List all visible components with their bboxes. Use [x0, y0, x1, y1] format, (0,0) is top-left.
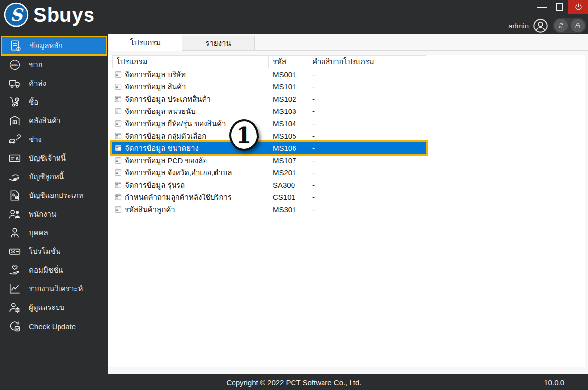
tab[interactable]: โปรแกรม	[109, 34, 182, 51]
program-desc: -	[312, 95, 315, 103]
column-header-code: รหัส	[269, 56, 308, 68]
program-doc-icon	[115, 120, 122, 127]
program-desc: -	[312, 83, 315, 91]
sidebar-item-label: บัญชีลูกหนี้	[29, 171, 64, 183]
sidebar-item[interactable]: คลังสินค้า	[0, 111, 108, 130]
column-header-program: โปรแกรม	[113, 56, 269, 68]
power-icon	[574, 3, 583, 11]
sidebar-item-label: พนักงาน	[29, 208, 56, 220]
sidebar-item[interactable]: บุคคล	[0, 223, 108, 242]
refresh-button[interactable]	[554, 19, 568, 32]
session-buttons	[553, 18, 586, 33]
sidebar-item-label: รายงานวิเคราะห์	[29, 283, 83, 295]
maximize-button[interactable]	[551, 0, 568, 15]
sidebar-item[interactable]: รายงานวิเคราะห์	[0, 279, 108, 298]
program-code: MS106	[273, 144, 296, 152]
sidebar-item[interactable]: ช่าง	[0, 130, 108, 149]
program-name-cell: จัดการข้อมูล รุ่นรถ	[112, 179, 269, 191]
program-name-cell: จัดการข้อมูล จังหวัด,อำเภอ,ตำบล	[112, 167, 269, 179]
sidebar-item-label: ข้อมูลหลัก	[30, 40, 63, 52]
program-doc-icon	[115, 194, 122, 201]
program-desc-cell: -	[308, 93, 426, 105]
lock-button[interactable]	[571, 19, 585, 32]
program-code: MS104	[273, 119, 296, 128]
payable-check-icon	[8, 152, 21, 165]
sidebar: ข้อมูลหลัก ขาย ค้าส่ง ซื้อ คลังสินค้า ช่…	[0, 34, 108, 374]
table-header: โปรแกรม รหัส คำอธิบายโปรแกรม	[112, 55, 426, 68]
program-code-cell: MS107	[269, 154, 308, 167]
analytics-chart-icon	[8, 282, 21, 295]
sidebar-item[interactable]: บัญชีลูกหนี้	[0, 167, 108, 186]
sidebar-item-label: บัญชีแยกประเภท	[29, 190, 84, 201]
program-name: จัดการข้อมูล หน่วยนับ	[125, 106, 196, 117]
copyright-text: Copyright © 2022 PCT Software Co., Ltd.	[226, 378, 361, 387]
table-row[interactable]: รหัสสินค้าลูกค้า MS301 -	[112, 203, 426, 216]
table-row[interactable]: จัดการข้อมูล หน่วยนับ MS103 -	[112, 105, 426, 117]
step-annotation-label: 1	[236, 123, 252, 148]
sidebar-item[interactable]: ขาย	[0, 56, 108, 74]
program-desc: -	[312, 156, 315, 165]
table-row[interactable]: จัดการข้อมูล PCD ของล้อ MS107 -	[112, 154, 426, 167]
minimize-button[interactable]	[533, 0, 551, 15]
table-row[interactable]: จัดการข้อมูล ขนาดยาง MS106 -	[112, 142, 426, 154]
program-code: MS301	[273, 205, 296, 214]
program-code: MS105	[273, 132, 296, 140]
program-desc-cell: -	[308, 154, 426, 167]
sidebar-item[interactable]: ค้าส่ง	[0, 74, 108, 93]
sidebar-item[interactable]: Check Update	[0, 317, 108, 335]
sidebar-item[interactable]: พนักงาน	[0, 205, 108, 223]
program-desc: -	[312, 205, 315, 214]
sidebar-item[interactable]: ซื้อ	[0, 93, 108, 111]
table-row[interactable]: จัดการข้อมูล บริษัท MS001 -	[112, 68, 426, 81]
program-name: จัดการข้อมูล ยี่ห้อ/รุ่น ของสินค้า	[125, 118, 226, 130]
table-row[interactable]: จัดการข้อมูล สินค้า MS101 -	[112, 81, 426, 93]
user-avatar-button[interactable]	[533, 18, 548, 33]
main-content: โปรแกรม รายงาน โปรแกรม รหัส คำอธิบายโปรแ…	[108, 34, 588, 374]
sidebar-item[interactable]: ข้อมูลหลัก	[1, 36, 107, 56]
table-row[interactable]: จัดการข้อมูล กลุ่มตัวเลือก MS105 -	[112, 130, 426, 142]
sbuys-logo-icon	[4, 2, 29, 27]
lock-icon	[574, 22, 582, 29]
window-controls	[533, 0, 588, 15]
program-code-cell: MS201	[269, 167, 308, 179]
table-row[interactable]: จัดการข้อมูล จังหวัด,อำเภอ,ตำบล MS201 -	[112, 167, 426, 179]
program-desc-cell: -	[308, 167, 426, 179]
sidebar-item[interactable]: โปรโมชั่น	[0, 242, 108, 261]
program-desc-cell: -	[308, 179, 426, 191]
program-name: จัดการข้อมูล รุ่นรถ	[125, 179, 185, 191]
program-name: จัดการข้อมูล PCD ของล้อ	[125, 155, 207, 167]
table-row[interactable]: กำหนดคำถามลูกค้าหลังใช้บริการ CS101 -	[112, 191, 426, 203]
program-desc-cell: -	[308, 130, 426, 142]
sidebar-item[interactable]: ผู้ดูแลระบบ	[0, 298, 108, 317]
sidebar-item[interactable]: คอมมิชชั่น	[0, 261, 108, 279]
username-label: admin	[508, 22, 529, 30]
tab[interactable]: รายงาน	[182, 36, 255, 50]
sidebar-item-label: บัญชีเจ้าหนี้	[29, 152, 66, 164]
sidebar-item-label: Check Update	[29, 322, 76, 331]
program-code: MS001	[273, 70, 296, 79]
program-code: CS101	[273, 193, 295, 201]
program-code-cell: SA300	[269, 179, 308, 191]
table-rows: จัดการข้อมูล บริษัท MS001 - จัดการ	[112, 68, 426, 216]
table-row[interactable]: จัดการข้อมูล ยี่ห้อ/รุ่น ของสินค้า MS104…	[112, 117, 426, 130]
program-name: กำหนดคำถามลูกค้าหลังใช้บริการ	[125, 192, 232, 203]
program-code-cell: MS103	[269, 105, 308, 117]
program-code: MS101	[273, 83, 296, 91]
warehouse-icon	[8, 114, 21, 127]
program-name-cell: จัดการข้อมูล PCD ของล้อ	[112, 154, 269, 167]
sidebar-item[interactable]: บัญชีแยกประเภท	[0, 186, 108, 205]
table-row[interactable]: จัดการข้อมูล ประเภทสินค้า MS102 -	[112, 93, 426, 105]
tab-bar: โปรแกรม รายงาน	[108, 34, 588, 51]
program-name-cell: กำหนดคำถามลูกค้าหลังใช้บริการ	[112, 191, 269, 203]
delivery-truck-icon	[8, 77, 21, 90]
power-button[interactable]	[568, 0, 588, 14]
user-row: admin	[508, 18, 586, 33]
program-code-cell: MS104	[269, 117, 308, 130]
program-list-panel: โปรแกรม รหัส คำอธิบายโปรแกรม จัดการข้อมู…	[108, 55, 585, 367]
sidebar-item-label: คอมมิชชั่น	[29, 264, 63, 276]
table-row[interactable]: จัดการข้อมูล รุ่นรถ SA300 -	[112, 179, 426, 191]
sidebar-item-label: ผู้ดูแลระบบ	[29, 302, 65, 313]
sidebar-item[interactable]: บัญชีเจ้าหนี้	[0, 149, 108, 167]
program-name: จัดการข้อมูล สินค้า	[125, 81, 186, 93]
program-code: MS201	[273, 168, 296, 177]
